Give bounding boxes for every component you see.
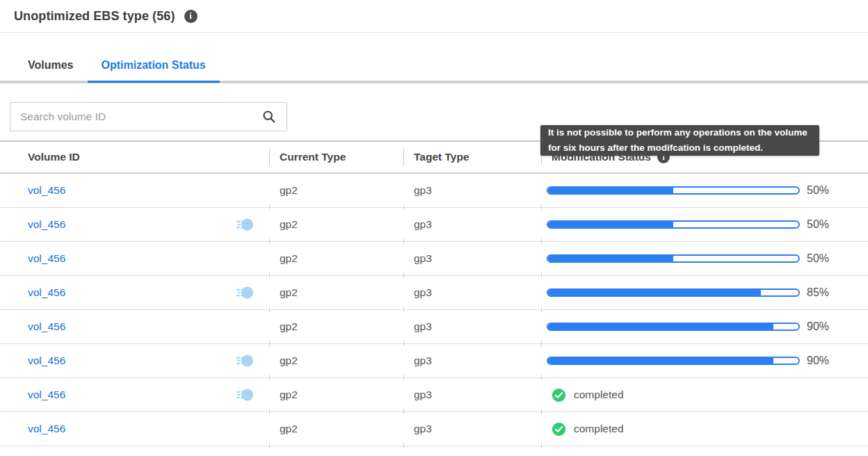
volume-id-link[interactable]: vol_456: [28, 423, 65, 435]
table-row: vol_456 gp2 gp3: [0, 242, 868, 276]
target-type-cell: gp3: [403, 276, 541, 309]
volume-id-link[interactable]: vol_456: [28, 389, 65, 401]
volume-id-link[interactable]: vol_456: [28, 355, 65, 367]
table-row: vol_456 gp2 gp3: [0, 344, 868, 378]
target-type-cell: gp3: [403, 344, 541, 377]
progress-percent-label: 50%: [807, 252, 829, 265]
table-row: vol_456 gp2 gp3: [0, 208, 868, 242]
tab-volumes[interactable]: Volumes: [14, 54, 88, 81]
status-completed: completed: [547, 388, 624, 402]
target-type-cell: gp3: [403, 174, 541, 207]
progress-bar: 50%: [547, 218, 829, 231]
current-type-cell: gp2: [269, 276, 403, 309]
current-type-cell: gp2: [269, 378, 403, 412]
progress-track: [547, 323, 800, 331]
search-icon[interactable]: [262, 109, 277, 124]
volume-id-link[interactable]: vol_456: [28, 286, 65, 299]
progress-percent-label: 90%: [807, 320, 829, 333]
check-circle-icon: [552, 422, 566, 437]
check-circle-icon: [552, 388, 566, 402]
tabs: Volumes Optimization Status: [0, 54, 868, 83]
progress-bar: 90%: [547, 355, 829, 367]
fast-transfer-icon: [236, 386, 254, 403]
current-type-cell: gp2: [269, 242, 403, 275]
fast-transfer-icon: [236, 216, 254, 233]
volume-id-link[interactable]: vol_456: [28, 320, 65, 333]
current-type-cell: gp2: [269, 310, 403, 343]
volume-id-link[interactable]: vol_456: [28, 184, 65, 197]
current-type-cell: gp2: [269, 208, 403, 241]
target-type-cell: gp3: [403, 378, 541, 412]
progress-track: [547, 288, 800, 297]
col-header-current-type: Current Type: [269, 142, 403, 172]
search-input[interactable]: [20, 111, 262, 123]
progress-percent-label: 90%: [807, 355, 829, 367]
target-type-cell: gp3: [403, 242, 541, 275]
search-box[interactable]: [10, 102, 287, 131]
table-row: vol_456 gp2 gp3: [0, 310, 868, 344]
progress-track: [547, 357, 800, 365]
progress-fill: [548, 290, 761, 295]
progress-fill: [548, 358, 773, 364]
progress-fill: [548, 256, 673, 261]
volume-id-link[interactable]: vol_456: [28, 252, 65, 265]
table-row: vol_456 gp2 gp3: [0, 378, 868, 412]
info-icon[interactable]: i: [184, 10, 198, 23]
col-header-volume-id: Volume ID: [0, 142, 269, 172]
volume-id-link[interactable]: vol_456: [28, 218, 65, 231]
table-row: vol_456 gp2 gp3: [0, 412, 868, 446]
progress-bar: 85%: [547, 286, 829, 299]
progress-bar: 50%: [547, 184, 829, 197]
progress-fill: [548, 222, 673, 227]
current-type-cell: gp2: [269, 344, 403, 377]
progress-percent-label: 85%: [807, 286, 829, 299]
progress-track: [547, 186, 800, 195]
tooltip: It is not possible to perform any operat…: [540, 125, 819, 156]
tab-optimization-status[interactable]: Optimization Status: [88, 54, 220, 83]
fast-transfer-icon: [236, 284, 254, 301]
target-type-cell: gp3: [403, 208, 541, 241]
current-type-cell: gp2: [269, 412, 403, 446]
current-type-cell: gp2: [269, 174, 403, 207]
page-header: Unoptimized EBS type (56) i: [0, 0, 868, 33]
table-row: vol_456 gp2 gp3: [0, 174, 868, 208]
progress-fill: [548, 324, 773, 329]
target-type-cell: gp3: [403, 310, 541, 343]
progress-track: [547, 220, 800, 229]
progress-bar: 90%: [547, 320, 829, 333]
progress-fill: [548, 188, 673, 193]
completed-label: completed: [574, 423, 624, 435]
progress-percent-label: 50%: [807, 184, 829, 197]
status-completed: completed: [547, 422, 624, 437]
target-type-cell: gp3: [403, 412, 541, 446]
volumes-table: Volume ID Current Type Taget Type Modifi…: [0, 140, 868, 446]
table-body: vol_456 gp2 gp3: [0, 174, 868, 446]
table-row: vol_456 gp2 gp3: [0, 276, 868, 310]
completed-label: completed: [574, 389, 624, 401]
fast-transfer-icon: [236, 352, 254, 369]
page-title: Unoptimized EBS type (56): [14, 9, 175, 24]
progress-bar: 50%: [547, 252, 829, 265]
col-header-target-type: Taget Type: [403, 142, 541, 172]
progress-track: [547, 254, 800, 263]
progress-percent-label: 50%: [807, 218, 829, 231]
